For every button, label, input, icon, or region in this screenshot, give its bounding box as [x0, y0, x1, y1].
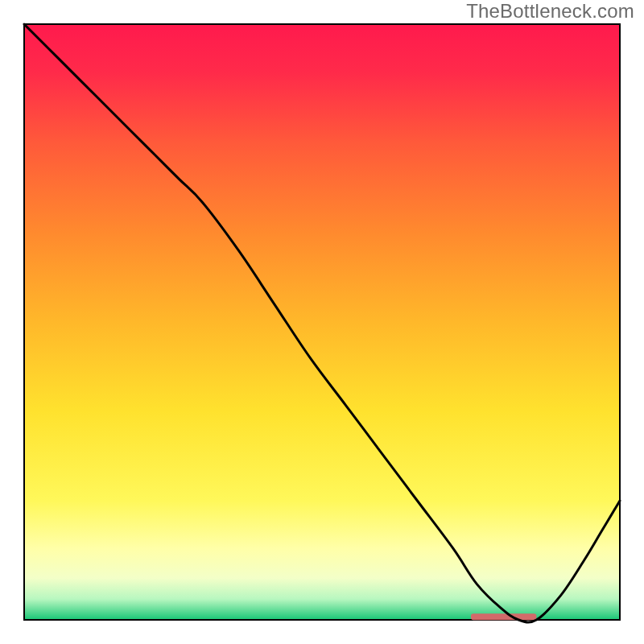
chart-stage: TheBottleneck.com — [0, 0, 644, 644]
marker-band — [471, 613, 536, 620]
chart-svg — [0, 0, 644, 644]
